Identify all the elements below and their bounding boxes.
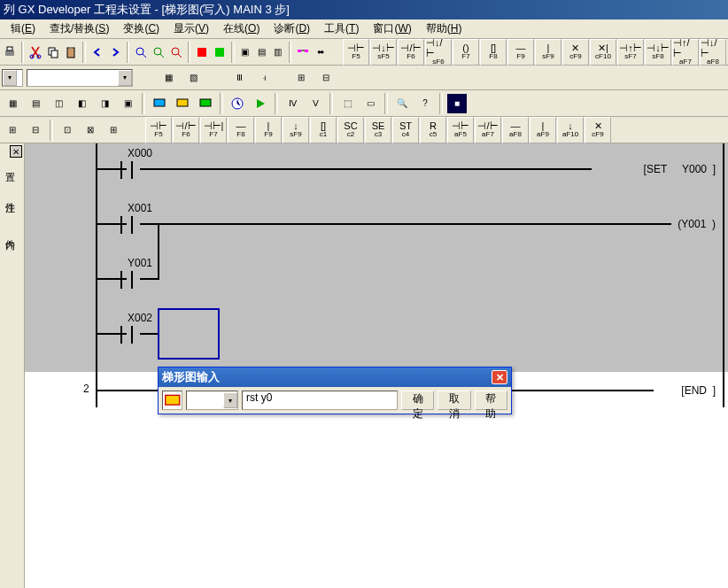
combo-1[interactable]: ▾ [2, 69, 23, 87]
dropdown-icon[interactable]: ▾ [118, 70, 132, 86]
output-coil[interactable]: (Y001 ) [678, 218, 716, 230]
fkey-F8[interactable]: []F8 [480, 39, 507, 66]
fkey-c3[interactable]: SEc3 [365, 117, 391, 143]
fkey-aF7[interactable]: ⊣↑/⊢aF7 [672, 39, 699, 66]
expand-icon[interactable]: ⬌ [313, 42, 327, 63]
fkey-aF10[interactable]: ↓aF10 [557, 117, 584, 143]
fkey-sF9[interactable]: |sF9 [535, 39, 561, 66]
fkey-c5[interactable]: Rc5 [420, 117, 446, 143]
mark1-icon[interactable] [194, 42, 210, 63]
instruction-input[interactable] [242, 391, 398, 410]
menu-edit[interactable]: 辑(E) [4, 19, 43, 38]
contact-X000[interactable]: X000 [113, 161, 140, 179]
tb3-2-icon[interactable]: ⊟ [25, 120, 46, 141]
contact-X002[interactable]: X002 [113, 326, 140, 344]
fkey-aF9[interactable]: |aF9 [530, 117, 556, 143]
mode-icon[interactable]: ■ [446, 93, 468, 114]
fkey-F8[interactable]: —F8 [228, 117, 254, 143]
menu-view[interactable]: 显示(V) [167, 19, 216, 38]
combo-2[interactable]: ▾ [27, 69, 133, 87]
fkey-F6[interactable]: ⊣/⊢F6 [398, 39, 424, 66]
fkey-sF7[interactable]: ⊣↑⊢sF7 [617, 39, 644, 66]
menu-search[interactable]: 查找/替换(S) [43, 19, 116, 38]
tb2-5-icon[interactable]: ◨ [94, 93, 115, 114]
tb2b-icon[interactable]: Ⅴ [305, 93, 326, 114]
symbol-picker-icon[interactable] [162, 391, 182, 410]
dropdown-icon[interactable]: ▾ [223, 392, 237, 408]
menu-convert[interactable]: 变换(C) [116, 19, 167, 38]
fkey-F9[interactable]: —F9 [507, 39, 534, 66]
fkey-sF5[interactable]: ⊣↓⊢sF5 [370, 39, 397, 66]
monitor2-icon[interactable] [172, 93, 193, 114]
undo-icon[interactable] [89, 42, 105, 63]
tb3-5-icon[interactable]: ⊞ [103, 120, 124, 141]
tb2-4-icon[interactable]: ◧ [71, 93, 92, 114]
fkey-F5[interactable]: ⊣⊢F5 [343, 39, 369, 66]
instruction-field[interactable] [246, 391, 393, 404]
fkey-c2[interactable]: SCc2 [337, 117, 364, 143]
tb2-3-icon[interactable]: ◫ [48, 93, 69, 114]
tb3-3-icon[interactable]: ⊡ [57, 120, 78, 141]
fkey-F5[interactable]: ⊣⊢F5 [145, 117, 172, 143]
grid2-icon[interactable]: ⊟ [315, 67, 337, 89]
fkey-cF10[interactable]: ✕|cF10 [590, 39, 616, 66]
tb2-1-icon[interactable]: ▦ [2, 93, 23, 114]
mark2-icon[interactable] [212, 42, 228, 63]
fkey-F9[interactable]: |F9 [255, 117, 282, 143]
monitor1-icon[interactable] [149, 93, 170, 114]
tool3-icon[interactable]: ▥ [271, 42, 285, 63]
tool2-icon[interactable]: ▤ [254, 42, 268, 63]
fkey-F7[interactable]: ()F7 [453, 39, 479, 66]
tb2c-icon[interactable]: ⬚ [337, 93, 358, 114]
tb3-4-icon[interactable]: ⊠ [80, 120, 101, 141]
fkey-aF8[interactable]: —aF8 [502, 117, 529, 143]
monitor3-icon[interactable] [195, 93, 216, 114]
chart2-icon[interactable]: ⫞ [253, 67, 275, 89]
help-icon[interactable]: ? [414, 93, 436, 114]
view1-icon[interactable]: ▦ [158, 67, 179, 89]
view2-icon[interactable]: ▧ [182, 67, 204, 89]
symbol-combo[interactable]: ▾ [186, 391, 238, 410]
cut-icon[interactable] [27, 42, 43, 63]
contact-X001[interactable]: X001 [113, 216, 140, 234]
fkey-aF7[interactable]: ⊣/⊢aF7 [475, 117, 501, 143]
tb3-1-icon[interactable]: ⊞ [2, 120, 23, 141]
ladder-diagram[interactable]: X000 [SET Y000 ] X001 (Y001 ) Y001 [25, 143, 728, 588]
tb2-2-icon[interactable]: ▤ [25, 93, 46, 114]
fkey-sF9[interactable]: ↓sF9 [283, 117, 309, 143]
net-icon[interactable] [295, 42, 311, 63]
print-icon[interactable] [2, 42, 18, 63]
dropdown-icon[interactable]: ▾ [3, 70, 17, 86]
tb2d-icon[interactable]: ▭ [360, 93, 381, 114]
zoom-icon[interactable]: 🔍 [391, 93, 413, 114]
ok-button[interactable]: 确定 [401, 391, 434, 410]
menu-help[interactable]: 帮助(H) [419, 19, 469, 38]
paste-icon[interactable] [63, 42, 79, 63]
fkey-sF8[interactable]: ⊣↓⊢sF8 [645, 39, 671, 66]
find3-icon[interactable] [168, 42, 184, 63]
fkey-sF6[interactable]: ⊣↓/⊢sF6 [425, 39, 452, 66]
find-icon[interactable] [133, 42, 149, 63]
copy-icon[interactable] [45, 42, 61, 63]
help-button[interactable]: 帮助 [475, 391, 507, 410]
fkey-cF9[interactable]: ✕cF9 [562, 39, 589, 66]
contact-Y001[interactable]: Y001 [113, 271, 140, 289]
menu-diagnose[interactable]: 诊断(D) [267, 19, 317, 38]
tb2a-icon[interactable]: Ⅳ [282, 93, 303, 114]
fkey-aF8[interactable]: ⊣↓/⊢aF8 [700, 39, 726, 66]
close-icon[interactable]: ✕ [492, 370, 507, 384]
run-icon[interactable] [250, 93, 271, 114]
panel-close-icon[interactable]: ✕ [10, 145, 22, 158]
redo-icon[interactable] [107, 42, 123, 63]
fkey-F7[interactable]: ⊣⊢|F7 [200, 117, 227, 143]
tb2-6-icon[interactable]: ▣ [117, 93, 138, 114]
clock-icon[interactable] [227, 93, 248, 114]
chart1-icon[interactable]: Ⅲ [228, 67, 250, 89]
dialog-titlebar[interactable]: 梯形图输入 ✕ [159, 368, 511, 387]
fkey-F6[interactable]: ⊣/⊢F6 [173, 117, 199, 143]
fkey-cF9[interactable]: ✕cF9 [585, 117, 611, 143]
fkey-c1[interactable]: []c1 [310, 117, 337, 143]
fkey-aF5[interactable]: ⊣⊢aF5 [447, 117, 474, 143]
fkey-c4[interactable]: STc4 [392, 117, 419, 143]
menu-tools[interactable]: 工具(T) [317, 19, 366, 38]
